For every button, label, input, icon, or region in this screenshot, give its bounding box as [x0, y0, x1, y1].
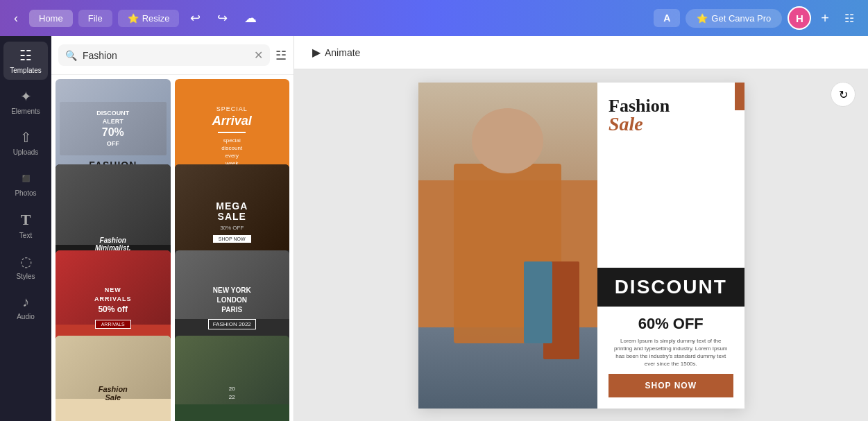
- templates-grid: DISCOUNTALERT70%OFF FASHION special Arri…: [51, 75, 293, 421]
- elements-icon: ✦: [20, 88, 32, 105]
- avatar-label: H: [796, 12, 803, 24]
- canvas-area: ▶ Animate ↻: [294, 36, 868, 421]
- sidebar-label-styles: Styles: [16, 273, 35, 280]
- canvas-toolbar: ▶ Animate: [294, 36, 868, 69]
- sidebar-item-photos[interactable]: ◾ Photos: [3, 164, 48, 203]
- off-description: Lorem Ipsum is simply dummy text of the …: [609, 337, 733, 368]
- animate-label: Animate: [325, 47, 360, 58]
- topbar: ‹ Home File ⭐ Resize ↩ ↪ ☁ A ⭐ Get Canva…: [0, 0, 868, 36]
- sidebar-label-uploads: Uploads: [13, 148, 39, 156]
- font-button[interactable]: A: [654, 9, 680, 27]
- home-label: Home: [39, 13, 63, 24]
- back-button[interactable]: ‹: [8, 8, 24, 28]
- undo-button[interactable]: ↩: [185, 8, 206, 28]
- search-bar: 🔍 ✕ ☳: [51, 36, 293, 75]
- arrivals-btn[interactable]: ARRIVALS: [95, 320, 131, 329]
- templates-panel: 🔍 ✕ ☳ DISCOUNTALERT70%OFF FASHION specia…: [51, 36, 294, 421]
- fashion-sale: Sale: [609, 113, 733, 135]
- canvas-viewport[interactable]: ↻: [294, 69, 868, 421]
- sidebar: ☷ Templates ✦ Elements ⇧ Uploads ◾ Photo…: [0, 36, 51, 421]
- sidebar-item-audio[interactable]: ♪ Audio: [3, 289, 48, 326]
- avatar-button[interactable]: H: [788, 6, 811, 30]
- clear-search-button[interactable]: ✕: [254, 49, 263, 62]
- discount-label: DISCOUNT: [603, 276, 739, 298]
- home-button[interactable]: Home: [29, 10, 73, 27]
- get-canva-label: Get Canva Pro: [711, 13, 771, 24]
- shop-now-button[interactable]: SHOP NOW: [609, 374, 733, 397]
- filter-button[interactable]: ☳: [275, 48, 287, 63]
- sidebar-item-elements[interactable]: ✦ Elements: [3, 83, 48, 121]
- sidebar-label-text: Text: [19, 232, 32, 239]
- fashion-title-block: Fashion Sale: [609, 96, 733, 136]
- sidebar-item-text[interactable]: T Text: [3, 205, 48, 245]
- redo-button[interactable]: ↪: [212, 8, 233, 28]
- shop-now-mini-2[interactable]: SHOP NOW: [213, 235, 251, 243]
- sidebar-label-elements: Elements: [11, 108, 40, 115]
- template-card-7[interactable]: FashionSale: [56, 336, 171, 421]
- resize-icon: ⭐: [128, 13, 139, 24]
- search-icon: 🔍: [65, 50, 77, 61]
- sidebar-item-uploads[interactable]: ⇧ Uploads: [3, 123, 48, 162]
- resize-label: Resize: [142, 13, 170, 24]
- refresh-design-button[interactable]: ↻: [831, 82, 856, 107]
- sidebar-label-templates: Templates: [10, 67, 42, 74]
- resize-button[interactable]: ⭐ Resize: [118, 10, 180, 27]
- styles-icon: ◌: [20, 253, 32, 270]
- file-button[interactable]: File: [78, 10, 112, 27]
- design-canvas: Fashion Sale DISCOUNT 60% OFF Lorem Ipsu…: [418, 83, 744, 409]
- photos-icon: ◾: [17, 170, 35, 187]
- sidebar-label-audio: Audio: [17, 313, 35, 320]
- animate-icon: ▶: [312, 46, 321, 59]
- templates-icon: ☷: [19, 47, 32, 64]
- off-section: 60% OFF Lorem Ipsum is simply dummy text…: [609, 307, 733, 374]
- add-button[interactable]: +: [817, 9, 833, 28]
- fashion-right-panel: Fashion Sale DISCOUNT 60% OFF Lorem Ipsu…: [597, 83, 744, 409]
- discount-block: DISCOUNT: [597, 268, 744, 307]
- template-card-8[interactable]: 2022: [175, 336, 290, 421]
- search-input-wrap: 🔍 ✕: [58, 44, 270, 66]
- fashion-photo: [418, 83, 598, 409]
- sidebar-item-styles[interactable]: ◌ Styles: [3, 248, 48, 286]
- cloud-save-button[interactable]: ☁: [239, 8, 262, 28]
- accent-bar: [735, 83, 744, 110]
- fashion-design: Fashion Sale DISCOUNT 60% OFF Lorem Ipsu…: [418, 83, 744, 409]
- canva-star-icon: ⭐: [697, 13, 708, 24]
- uploads-icon: ⇧: [20, 129, 32, 146]
- main-area: ☷ Templates ✦ Elements ⇧ Uploads ◾ Photo…: [0, 36, 868, 421]
- animate-button[interactable]: ▶ Animate: [305, 42, 367, 63]
- file-label: File: [88, 13, 103, 24]
- off-percent: 60% OFF: [609, 315, 733, 333]
- sidebar-label-photos: Photos: [15, 189, 36, 197]
- text-icon: T: [21, 211, 31, 229]
- audio-icon: ♪: [22, 294, 29, 310]
- search-input[interactable]: [83, 50, 248, 61]
- get-canva-button[interactable]: ⭐ Get Canva Pro: [686, 9, 782, 28]
- analytics-button[interactable]: ☷: [839, 10, 860, 26]
- sidebar-item-templates[interactable]: ☷ Templates: [3, 42, 48, 80]
